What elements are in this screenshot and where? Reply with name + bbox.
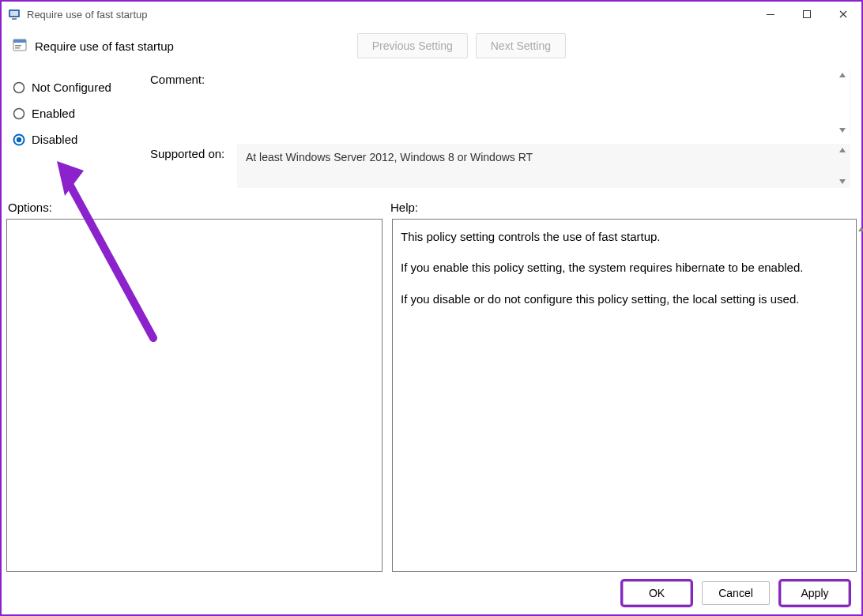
supported-on-label: Supported on: bbox=[150, 144, 229, 188]
svg-rect-6 bbox=[13, 39, 26, 43]
comment-label: Comment: bbox=[150, 69, 229, 136]
radio-not-configured[interactable]: Not Configured bbox=[13, 74, 138, 100]
help-scrollbar[interactable] bbox=[857, 220, 863, 238]
scroll-up-icon bbox=[839, 71, 846, 79]
next-setting-button[interactable]: Next Setting bbox=[476, 33, 566, 58]
close-button[interactable] bbox=[825, 2, 861, 27]
upper-area: Not Configured Enabled Disabled Comment: bbox=[2, 69, 861, 196]
help-paragraph: If you enable this policy setting, the s… bbox=[401, 258, 839, 276]
svg-rect-4 bbox=[804, 11, 811, 18]
scroll-down-icon bbox=[839, 178, 846, 186]
radio-enabled[interactable]: Enabled bbox=[13, 100, 138, 126]
panes-area: This policy setting controls the use of … bbox=[2, 219, 861, 572]
footer-buttons: OK Cancel Apply bbox=[2, 572, 861, 614]
policy-dialog-window: Require use of fast startup Require use … bbox=[0, 0, 863, 616]
ok-button[interactable]: OK bbox=[623, 581, 691, 605]
state-radio-group: Not Configured Enabled Disabled bbox=[13, 69, 138, 188]
help-paragraph: This policy setting controls the use of … bbox=[401, 227, 839, 246]
window-title: Require use of fast startup bbox=[27, 9, 147, 21]
comment-textarea[interactable] bbox=[237, 69, 850, 136]
svg-point-12 bbox=[17, 137, 21, 141]
page-title: Require use of fast startup bbox=[35, 39, 174, 53]
svg-rect-8 bbox=[15, 47, 20, 49]
help-paragraph: If you disable or do not configure this … bbox=[401, 290, 839, 308]
supported-on-box: At least Windows Server 2012, Windows 8 … bbox=[237, 144, 850, 188]
radio-label: Not Configured bbox=[32, 81, 111, 94]
scroll-down-icon bbox=[839, 126, 846, 134]
policy-app-icon bbox=[8, 8, 21, 21]
pane-labels-row: Options: Help: bbox=[2, 196, 861, 219]
radio-label: Disabled bbox=[32, 133, 77, 146]
radio-unselected-icon bbox=[13, 81, 25, 94]
supported-scrollbar[interactable] bbox=[837, 146, 848, 186]
svg-point-10 bbox=[14, 108, 24, 118]
header-row: Require use of fast startup Previous Set… bbox=[2, 27, 861, 69]
titlebar: Require use of fast startup bbox=[2, 2, 861, 27]
cancel-button[interactable]: Cancel bbox=[702, 581, 770, 605]
help-pane: This policy setting controls the use of … bbox=[392, 219, 857, 572]
maximize-button[interactable] bbox=[789, 2, 825, 27]
policy-page-icon bbox=[13, 39, 27, 53]
radio-unselected-icon bbox=[13, 107, 25, 120]
scroll-up-icon bbox=[857, 225, 863, 233]
svg-point-9 bbox=[14, 82, 24, 92]
options-label: Options: bbox=[6, 201, 384, 214]
radio-selected-icon bbox=[13, 133, 25, 146]
minimize-button[interactable] bbox=[752, 2, 789, 27]
supported-on-value: At least Windows Server 2012, Windows 8 … bbox=[246, 151, 533, 163]
help-label: Help: bbox=[384, 201, 418, 214]
radio-disabled[interactable]: Disabled bbox=[13, 126, 138, 152]
svg-rect-2 bbox=[12, 18, 17, 20]
svg-rect-7 bbox=[15, 45, 21, 47]
svg-rect-1 bbox=[10, 11, 18, 16]
comment-scrollbar[interactable] bbox=[837, 71, 848, 134]
svg-rect-3 bbox=[767, 14, 774, 15]
apply-button[interactable]: Apply bbox=[781, 581, 849, 605]
scroll-up-icon bbox=[839, 146, 846, 154]
options-pane bbox=[6, 219, 383, 572]
previous-setting-button[interactable]: Previous Setting bbox=[357, 33, 468, 58]
radio-label: Enabled bbox=[32, 107, 75, 120]
